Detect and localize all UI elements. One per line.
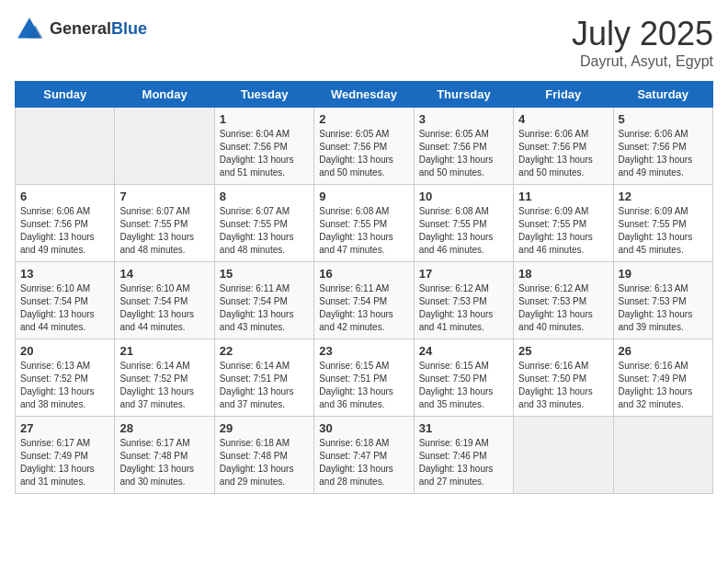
calendar-cell: 26Sunrise: 6:16 AM Sunset: 7:49 PM Dayli… bbox=[613, 339, 712, 417]
day-number: 2 bbox=[319, 112, 408, 126]
day-number: 16 bbox=[319, 267, 408, 281]
day-number: 25 bbox=[518, 344, 608, 358]
calendar-cell: 7Sunrise: 6:07 AM Sunset: 7:55 PM Daylig… bbox=[115, 185, 214, 262]
day-number: 26 bbox=[619, 344, 708, 358]
calendar-cell: 14Sunrise: 6:10 AM Sunset: 7:54 PM Dayli… bbox=[115, 262, 214, 339]
day-info: Sunrise: 6:07 AM Sunset: 7:55 PM Dayligh… bbox=[220, 205, 309, 257]
month-title: July 2025 bbox=[572, 15, 713, 53]
day-number: 15 bbox=[220, 267, 309, 281]
day-info: Sunrise: 6:16 AM Sunset: 7:49 PM Dayligh… bbox=[619, 360, 708, 411]
calendar-cell: 21Sunrise: 6:14 AM Sunset: 7:52 PM Dayli… bbox=[115, 339, 214, 417]
day-info: Sunrise: 6:08 AM Sunset: 7:55 PM Dayligh… bbox=[319, 205, 408, 257]
day-number: 7 bbox=[119, 190, 209, 203]
logo: GeneralBlue bbox=[15, 15, 147, 44]
calendar-cell: 6Sunrise: 6:06 AM Sunset: 7:56 PM Daylig… bbox=[16, 185, 115, 262]
day-info: Sunrise: 6:11 AM Sunset: 7:54 PM Dayligh… bbox=[220, 282, 309, 334]
day-info: Sunrise: 6:13 AM Sunset: 7:53 PM Dayligh… bbox=[619, 282, 708, 334]
weekday-header-wednesday: Wednesday bbox=[314, 82, 414, 108]
calendar-cell: 19Sunrise: 6:13 AM Sunset: 7:53 PM Dayli… bbox=[613, 262, 712, 339]
calendar-cell: 8Sunrise: 6:07 AM Sunset: 7:55 PM Daylig… bbox=[214, 185, 313, 262]
day-info: Sunrise: 6:16 AM Sunset: 7:50 PM Dayligh… bbox=[518, 360, 608, 411]
day-number: 6 bbox=[20, 190, 109, 203]
day-info: Sunrise: 6:08 AM Sunset: 7:55 PM Dayligh… bbox=[419, 205, 508, 257]
calendar-cell: 16Sunrise: 6:11 AM Sunset: 7:54 PM Dayli… bbox=[314, 262, 414, 339]
day-number: 21 bbox=[119, 344, 209, 358]
day-number: 30 bbox=[319, 421, 408, 435]
calendar-cell: 4Sunrise: 6:06 AM Sunset: 7:56 PM Daylig… bbox=[514, 108, 613, 185]
day-info: Sunrise: 6:18 AM Sunset: 7:47 PM Dayligh… bbox=[319, 437, 408, 488]
day-number: 10 bbox=[419, 190, 508, 203]
calendar-cell: 31Sunrise: 6:19 AM Sunset: 7:46 PM Dayli… bbox=[414, 417, 513, 494]
day-number: 17 bbox=[419, 267, 508, 281]
day-info: Sunrise: 6:06 AM Sunset: 7:56 PM Dayligh… bbox=[20, 205, 109, 257]
day-info: Sunrise: 6:05 AM Sunset: 7:56 PM Dayligh… bbox=[419, 128, 508, 179]
calendar-cell: 17Sunrise: 6:12 AM Sunset: 7:53 PM Dayli… bbox=[414, 262, 513, 339]
calendar-cell: 11Sunrise: 6:09 AM Sunset: 7:55 PM Dayli… bbox=[514, 185, 613, 262]
day-info: Sunrise: 6:10 AM Sunset: 7:54 PM Dayligh… bbox=[20, 282, 109, 334]
calendar-cell: 3Sunrise: 6:05 AM Sunset: 7:56 PM Daylig… bbox=[414, 108, 513, 185]
calendar-cell: 1Sunrise: 6:04 AM Sunset: 7:56 PM Daylig… bbox=[214, 108, 313, 185]
calendar-cell: 29Sunrise: 6:18 AM Sunset: 7:48 PM Dayli… bbox=[214, 417, 313, 494]
day-info: Sunrise: 6:05 AM Sunset: 7:56 PM Dayligh… bbox=[319, 128, 408, 179]
calendar-cell: 2Sunrise: 6:05 AM Sunset: 7:56 PM Daylig… bbox=[314, 108, 414, 185]
day-number: 22 bbox=[220, 344, 309, 358]
calendar-cell: 28Sunrise: 6:17 AM Sunset: 7:48 PM Dayli… bbox=[115, 417, 214, 494]
calendar-cell bbox=[115, 108, 214, 185]
week-row-5: 27Sunrise: 6:17 AM Sunset: 7:49 PM Dayli… bbox=[16, 417, 713, 494]
day-number: 28 bbox=[119, 421, 209, 435]
day-number: 31 bbox=[419, 421, 508, 435]
day-info: Sunrise: 6:12 AM Sunset: 7:53 PM Dayligh… bbox=[419, 282, 508, 334]
calendar-cell: 25Sunrise: 6:16 AM Sunset: 7:50 PM Dayli… bbox=[514, 339, 613, 417]
day-info: Sunrise: 6:17 AM Sunset: 7:48 PM Dayligh… bbox=[119, 437, 209, 488]
day-number: 23 bbox=[319, 344, 408, 358]
day-number: 8 bbox=[220, 190, 309, 203]
day-info: Sunrise: 6:10 AM Sunset: 7:54 PM Dayligh… bbox=[119, 282, 209, 334]
weekday-header-saturday: Saturday bbox=[613, 82, 712, 108]
day-number: 5 bbox=[619, 112, 708, 126]
logo-general: GeneralBlue bbox=[50, 20, 147, 39]
week-row-1: 1Sunrise: 6:04 AM Sunset: 7:56 PM Daylig… bbox=[16, 108, 713, 185]
weekday-header-friday: Friday bbox=[514, 82, 613, 108]
calendar-cell: 13Sunrise: 6:10 AM Sunset: 7:54 PM Dayli… bbox=[16, 262, 115, 339]
day-info: Sunrise: 6:15 AM Sunset: 7:51 PM Dayligh… bbox=[319, 360, 408, 411]
weekday-header-tuesday: Tuesday bbox=[214, 82, 313, 108]
day-number: 3 bbox=[419, 112, 508, 126]
day-number: 24 bbox=[419, 344, 508, 358]
calendar-cell: 24Sunrise: 6:15 AM Sunset: 7:50 PM Dayli… bbox=[414, 339, 513, 417]
day-info: Sunrise: 6:18 AM Sunset: 7:48 PM Dayligh… bbox=[220, 437, 309, 488]
week-row-2: 6Sunrise: 6:06 AM Sunset: 7:56 PM Daylig… bbox=[16, 185, 713, 262]
calendar-cell: 12Sunrise: 6:09 AM Sunset: 7:55 PM Dayli… bbox=[613, 185, 712, 262]
calendar-cell: 9Sunrise: 6:08 AM Sunset: 7:55 PM Daylig… bbox=[314, 185, 414, 262]
calendar-cell: 10Sunrise: 6:08 AM Sunset: 7:55 PM Dayli… bbox=[414, 185, 513, 262]
day-number: 14 bbox=[119, 267, 209, 281]
calendar-cell bbox=[16, 108, 115, 185]
calendar-cell bbox=[514, 417, 613, 494]
day-info: Sunrise: 6:06 AM Sunset: 7:56 PM Dayligh… bbox=[619, 128, 708, 179]
day-info: Sunrise: 6:04 AM Sunset: 7:56 PM Dayligh… bbox=[220, 128, 309, 179]
location-title: Dayrut, Asyut, Egypt bbox=[572, 53, 713, 70]
day-info: Sunrise: 6:09 AM Sunset: 7:55 PM Dayligh… bbox=[518, 205, 608, 257]
calendar-cell: 18Sunrise: 6:12 AM Sunset: 7:53 PM Dayli… bbox=[514, 262, 613, 339]
day-info: Sunrise: 6:07 AM Sunset: 7:55 PM Dayligh… bbox=[119, 205, 209, 257]
day-info: Sunrise: 6:19 AM Sunset: 7:46 PM Dayligh… bbox=[419, 437, 508, 488]
day-number: 19 bbox=[619, 267, 708, 281]
day-number: 4 bbox=[518, 112, 608, 126]
weekday-header-sunday: Sunday bbox=[16, 82, 115, 108]
day-info: Sunrise: 6:15 AM Sunset: 7:50 PM Dayligh… bbox=[419, 360, 508, 411]
title-area: July 2025 Dayrut, Asyut, Egypt bbox=[572, 15, 713, 70]
calendar-cell bbox=[613, 417, 712, 494]
day-info: Sunrise: 6:13 AM Sunset: 7:52 PM Dayligh… bbox=[20, 360, 109, 411]
calendar-cell: 15Sunrise: 6:11 AM Sunset: 7:54 PM Dayli… bbox=[214, 262, 313, 339]
calendar-cell: 22Sunrise: 6:14 AM Sunset: 7:51 PM Dayli… bbox=[214, 339, 313, 417]
calendar-cell: 30Sunrise: 6:18 AM Sunset: 7:47 PM Dayli… bbox=[314, 417, 414, 494]
calendar-cell: 5Sunrise: 6:06 AM Sunset: 7:56 PM Daylig… bbox=[613, 108, 712, 185]
logo-icon bbox=[15, 15, 44, 44]
day-number: 11 bbox=[518, 190, 608, 203]
calendar-table: SundayMondayTuesdayWednesdayThursdayFrid… bbox=[15, 81, 713, 494]
weekday-header-thursday: Thursday bbox=[414, 82, 513, 108]
calendar-cell: 20Sunrise: 6:13 AM Sunset: 7:52 PM Dayli… bbox=[16, 339, 115, 417]
day-info: Sunrise: 6:14 AM Sunset: 7:52 PM Dayligh… bbox=[119, 360, 209, 411]
weekday-header-row: SundayMondayTuesdayWednesdayThursdayFrid… bbox=[16, 82, 713, 108]
page-header: GeneralBlue July 2025 Dayrut, Asyut, Egy… bbox=[15, 15, 713, 70]
day-info: Sunrise: 6:11 AM Sunset: 7:54 PM Dayligh… bbox=[319, 282, 408, 334]
